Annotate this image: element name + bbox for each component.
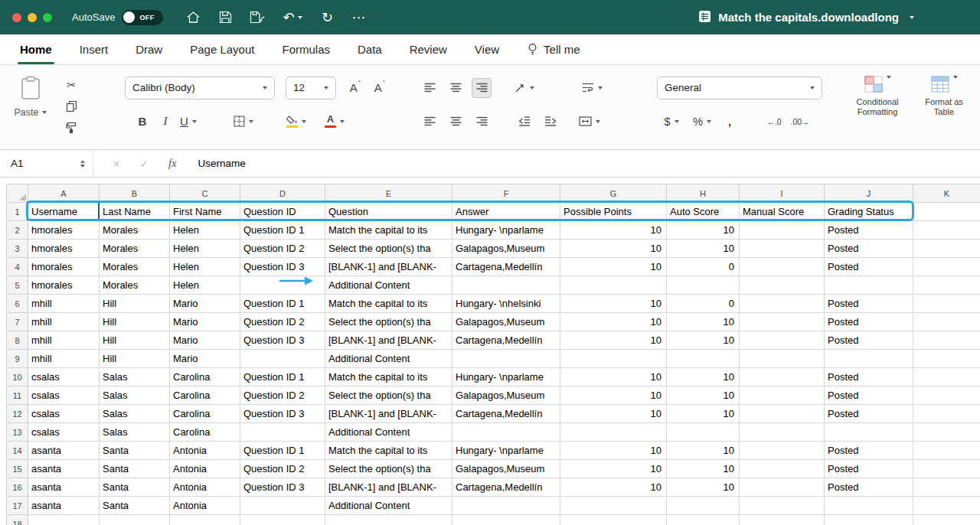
tab-review[interactable]: Review [410,34,447,64]
align-bottom-button[interactable] [472,78,492,98]
italic-button[interactable]: I [155,112,175,132]
cell-J18[interactable] [825,515,913,525]
cell-E3[interactable]: Select the option(s) tha [325,240,452,258]
cell-D15[interactable]: Question ID 2 [240,460,325,478]
font-size-select[interactable]: 12 [286,77,336,99]
cell-K2[interactable] [913,221,980,240]
cell-H1[interactable]: Auto Score [667,203,740,221]
more-commands-button[interactable]: ⋯ [351,9,365,26]
cell-I17[interactable] [740,497,825,515]
cell-G12[interactable]: 10 [560,405,667,423]
tab-page-layout[interactable]: Page Layout [190,34,254,64]
cell-K13[interactable] [913,423,980,442]
paste-button[interactable]: Paste [11,76,51,118]
cell-B10[interactable]: Salas [100,368,170,386]
cell-C16[interactable]: Antonia [170,478,240,497]
borders-button[interactable] [234,112,253,132]
decrease-font-size-button[interactable]: Aˇ [370,78,390,98]
format-painter-button[interactable] [61,119,81,137]
cell-C13[interactable]: Carolina [170,423,240,442]
column-header-C[interactable]: C [170,184,240,203]
cell-K12[interactable] [913,405,980,423]
cell-H18[interactable] [667,515,740,525]
cell-A1[interactable]: Username [28,203,100,221]
cell-D11[interactable]: Question ID 2 [240,386,325,405]
cell-E12[interactable]: [BLANK-1] and [BLANK- [325,405,452,423]
cell-A6[interactable]: mhill [28,295,100,313]
cell-D14[interactable]: Question ID 1 [240,442,325,460]
cell-E4[interactable]: [BLANK-1] and [BLANK- [325,258,452,276]
column-header-A[interactable]: A [28,184,100,203]
cell-F15[interactable]: Galapagos,Museum [452,460,560,478]
currency-format-button[interactable]: $ [662,112,681,132]
cell-G9[interactable] [560,350,667,368]
cell-F12[interactable]: Cartagena,Medellín [452,405,560,423]
cell-G3[interactable]: 10 [560,240,667,258]
cell-B11[interactable]: Salas [100,386,170,405]
cell-J9[interactable] [825,350,913,368]
cell-G11[interactable]: 10 [560,386,667,405]
cell-A5[interactable]: hmorales [28,276,100,295]
cell-J7[interactable]: Posted [825,313,913,331]
zoom-window-button[interactable] [43,13,52,22]
cell-G7[interactable]: 10 [560,313,667,331]
cell-B14[interactable]: Santa [100,442,170,460]
cell-C2[interactable]: Helen [170,221,240,240]
row-header-12[interactable]: 12 [7,405,28,423]
decrease-indent-button[interactable] [514,112,534,132]
enter-icon[interactable]: ✓ [139,158,149,170]
cell-C9[interactable]: Mario [170,350,240,368]
cell-F17[interactable] [452,497,560,515]
cell-K15[interactable] [913,460,980,478]
merge-center-button[interactable] [579,112,600,132]
cell-C6[interactable]: Mario [170,295,240,313]
cell-C18[interactable] [170,515,240,525]
cell-K17[interactable] [913,497,980,515]
cell-I15[interactable] [740,460,825,478]
cell-I6[interactable] [740,295,825,313]
cell-D18[interactable] [240,515,325,525]
cell-J4[interactable]: Posted [825,258,913,276]
increase-font-size-button[interactable]: Aˆ [345,78,365,98]
cell-K5[interactable] [913,276,980,295]
cell-A8[interactable]: mhill [28,331,100,350]
cell-K14[interactable] [913,442,980,460]
cell-K1[interactable] [913,203,980,221]
insert-function-icon[interactable]: fx [168,157,176,170]
cell-I10[interactable] [740,368,825,386]
orientation-button[interactable] [514,78,534,98]
cell-C15[interactable]: Antonia [170,460,240,478]
cell-B17[interactable]: Santa [100,497,170,515]
cell-G5[interactable] [560,276,667,295]
cell-G16[interactable]: 10 [560,478,667,497]
cell-A7[interactable]: mhill [28,313,100,331]
cell-I13[interactable] [740,423,825,442]
cell-D6[interactable]: Question ID 1 [240,295,325,313]
cell-A4[interactable]: hmorales [28,258,100,276]
cancel-icon[interactable]: × [113,158,119,170]
undo-button[interactable]: ↶ [283,9,302,26]
cell-G1[interactable]: Possible Points [560,203,667,221]
cell-K4[interactable] [913,258,980,276]
cell-I8[interactable] [740,331,825,350]
tab-home[interactable]: Home [20,34,52,64]
cell-F18[interactable] [452,515,560,525]
cell-D2[interactable]: Question ID 1 [240,221,325,240]
cell-A11[interactable]: csalas [28,386,100,405]
cell-H8[interactable]: 10 [667,331,740,350]
cell-J5[interactable] [825,276,913,295]
cell-B5[interactable]: Morales [100,276,170,295]
cell-E16[interactable]: [BLANK-1] and [BLANK- [325,478,452,497]
cell-F1[interactable]: Answer [452,203,560,221]
cell-G4[interactable]: 10 [560,258,667,276]
cell-A2[interactable]: hmorales [28,221,100,240]
cell-B8[interactable]: Hill [100,331,170,350]
cell-D5[interactable] [240,276,325,295]
cell-K10[interactable] [913,368,980,386]
name-box[interactable]: A1 [0,150,93,177]
tab-tell-me[interactable]: Tell me [527,34,580,64]
cell-C12[interactable]: Carolina [170,405,240,423]
cell-K9[interactable] [913,350,980,368]
redo-button[interactable]: ↻ [320,9,334,26]
cell-D7[interactable]: Question ID 2 [240,313,325,331]
